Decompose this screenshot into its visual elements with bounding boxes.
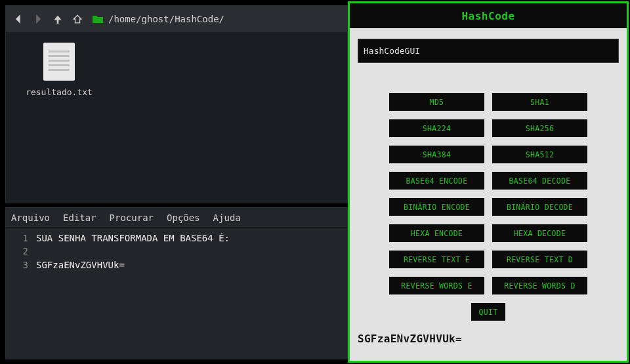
file-name: resultado.txt [16, 87, 102, 97]
menu-help[interactable]: Ajuda [213, 212, 241, 223]
file-item[interactable]: resultado.txt [16, 43, 102, 97]
sha512-button[interactable]: SHA512 [492, 146, 587, 163]
file-manager-pane: /home/ghost/HashCode/ resultado.txt [5, 5, 348, 203]
editor-line: 3SGFzaENvZGVHVUk= [11, 258, 342, 272]
editor-line: 2 [11, 245, 342, 258]
file-manager-body[interactable]: resultado.txt [6, 32, 347, 108]
line-number: 2 [11, 245, 28, 258]
hash-input[interactable] [360, 41, 617, 61]
menu-file[interactable]: Arquivo [11, 212, 50, 223]
line-text: SGFzaENvZGVHVUk= [36, 258, 125, 272]
menu-options[interactable]: Opções [167, 212, 200, 223]
button-row: REVERSE TEXT E REVERSE TEXT D [389, 251, 587, 268]
button-row: QUIT [471, 303, 505, 321]
button-row: BASE64 ENCODE BASE64 DECODE [389, 172, 587, 190]
nav-back-icon[interactable] [14, 14, 23, 24]
sha256-button[interactable]: SHA256 [492, 119, 587, 137]
hexa-decode-button[interactable]: HEXA DECODE [492, 224, 587, 242]
text-editor-pane: Arquivo Editar Procurar Opções Ajuda 1SU… [5, 207, 348, 359]
folder-icon [93, 14, 103, 24]
address-path: /home/ghost/HashCode/ [108, 14, 224, 24]
hashcode-window: HashCode MD5 SHA1 SHA224 SHA256 SHA384 S… [348, 1, 629, 363]
nav-forward-icon[interactable] [33, 14, 43, 24]
button-row: REVERSE WORDS E REVERSE WORDS D [389, 277, 587, 294]
base64-encode-button[interactable]: BASE64 ENCODE [389, 172, 484, 190]
line-text: SUA SENHA TRANSFORMADA EM BASE64 É: [36, 232, 230, 245]
binary-decode-button[interactable]: BINÁRIO DECODE [492, 198, 587, 216]
sha1-button[interactable]: SHA1 [492, 93, 587, 111]
quit-button[interactable]: QUIT [471, 303, 505, 321]
nav-home-icon[interactable] [73, 14, 82, 24]
button-row: MD5 SHA1 [389, 93, 587, 111]
base64-decode-button[interactable]: BASE64 DECODE [492, 172, 587, 190]
nav-up-icon[interactable] [53, 14, 62, 24]
sha224-button[interactable]: SHA224 [389, 119, 484, 137]
reverse-text-e-button[interactable]: REVERSE TEXT E [389, 251, 484, 268]
reverse-text-d-button[interactable]: REVERSE TEXT D [492, 251, 587, 268]
button-row: SHA384 SHA512 [389, 146, 587, 163]
line-number: 3 [11, 258, 28, 272]
editor-line: 1SUA SENHA TRANSFORMADA EM BASE64 É: [11, 232, 342, 245]
line-number: 1 [11, 232, 28, 245]
reverse-words-d-button[interactable]: REVERSE WORDS D [492, 277, 587, 294]
editor-body[interactable]: 1SUA SENHA TRANSFORMADA EM BASE64 É: 2 3… [6, 228, 347, 275]
button-row: SHA224 SHA256 [389, 119, 587, 137]
file-manager-toolbar: /home/ghost/HashCode/ [6, 6, 347, 32]
binary-encode-button[interactable]: BINÁRIO ENCODE [389, 198, 484, 216]
hexa-encode-button[interactable]: HEXA ENCODE [389, 224, 484, 242]
hashcode-title: HashCode [350, 3, 627, 28]
result-output: SGFzaENvZGVHVUk= [358, 333, 619, 345]
reverse-words-e-button[interactable]: REVERSE WORDS E [389, 277, 484, 294]
button-row: BINÁRIO ENCODE BINÁRIO DECODE [389, 198, 587, 216]
editor-menubar: Arquivo Editar Procurar Opções Ajuda [6, 208, 347, 228]
menu-search[interactable]: Procurar [110, 212, 154, 223]
button-grid: MD5 SHA1 SHA224 SHA256 SHA384 SHA512 BAS… [358, 93, 619, 321]
button-row: HEXA ENCODE HEXA DECODE [389, 224, 587, 242]
md5-button[interactable]: MD5 [389, 93, 484, 111]
hashcode-content: MD5 SHA1 SHA224 SHA256 SHA384 SHA512 BAS… [350, 28, 627, 355]
sha384-button[interactable]: SHA384 [389, 146, 484, 163]
input-wrap [358, 39, 619, 63]
address-bar[interactable]: /home/ghost/HashCode/ [93, 14, 224, 24]
menu-edit[interactable]: Editar [63, 212, 96, 223]
text-file-icon [43, 43, 75, 81]
